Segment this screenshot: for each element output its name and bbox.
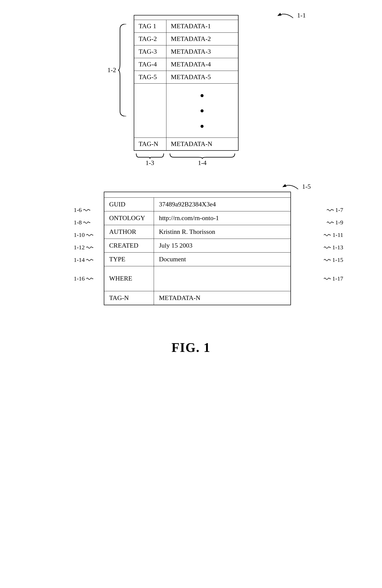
meta-last: METADATA-N [166,138,238,151]
label-1-4: 1-4 [198,159,207,167]
side-label-1-6: 1-6 [74,207,91,213]
brace-1-3-svg [135,152,165,159]
side-label-1-10: 1-10 [74,232,94,238]
meta-cell: METADATA-3 [166,45,238,58]
label-1-5-container: 1-5 [281,182,311,192]
squiggle-left-1-8 [83,221,91,225]
label-text-1-6: 1-6 [74,207,82,213]
label-text-1-15: 1-15 [332,257,343,263]
tag-guid: GUID [104,197,154,211]
label-text-1-8: 1-8 [74,219,82,226]
tag-author: AUTHOR [104,225,154,239]
bottom-table-wrapper: GUID 37489a92B2384X3e4 ONTOLOGY http://r… [104,192,313,305]
brace-1-3-wrapper: 1-3 [134,152,166,167]
squiggle-left-1-14 [86,258,94,262]
tag-cell: TAG 1 [134,20,166,32]
squiggle-left-1-10 [86,233,94,237]
page: 1-1 1-2 [0,0,382,588]
squiggle-left-1-12 [86,246,94,250]
squiggle-right-1-9 [326,221,334,225]
label-1-3: 1-3 [145,159,154,167]
tag-last: TAG-N [134,138,166,151]
tag-ontology: ONTOLOGY [104,211,154,225]
label-text-1-7: 1-7 [335,207,343,213]
label-text-1-17: 1-17 [332,275,343,282]
side-label-1-7: 1-7 [326,207,343,213]
squiggle-right-1-7 [326,208,334,212]
label-text-1-13: 1-13 [332,244,343,251]
label-text-1-12: 1-12 [74,244,85,251]
tag-dots [134,83,166,138]
val-guid: 37489a92B2384X3e4 [154,197,290,211]
table-row: TAG-3 METADATA-3 [134,45,238,58]
squiggle-right-1-17 [323,277,331,281]
side-label-1-16: 1-16 [74,275,94,282]
tag-created: CREATED [104,239,154,252]
label-text-1-16: 1-16 [74,275,85,282]
brace-1-4-svg [169,152,236,159]
tag-cell: TAG-5 [134,71,166,83]
side-label-1-11: 1-11 [323,232,343,238]
table-row-where: WHERE [104,266,291,291]
val-where [154,266,290,291]
val-author: Kristinn R. Thorisson [154,225,290,239]
label-1-1: 1-1 [297,12,306,19]
table-row-last: TAG-N METADATA-N [104,291,291,305]
side-label-1-8: 1-8 [74,219,91,226]
val-ontology: http://rn.com/rn-onto-1 [154,211,290,225]
meta-dots: ●●● [166,83,238,138]
brace-1-2-container: 1-2 [108,24,128,116]
table-row-created: CREATED July 15 2003 [104,239,291,252]
arrow-1-5 [281,182,301,192]
top-diagram: 1-1 1-2 [104,15,278,167]
brace-1-4-wrapper: 1-4 [166,152,239,167]
bottom-header-row [104,192,291,197]
table-last-row: TAG-N METADATA-N [134,138,238,151]
squiggle-right-1-11 [323,233,331,237]
side-label-1-14: 1-14 [74,257,94,263]
squiggle-right-1-15 [323,258,331,262]
val-created: July 15 2003 [154,239,290,252]
val-type: Document [154,252,290,266]
squiggle-left-1-6 [83,208,91,212]
tag-last-bottom: TAG-N [104,291,154,305]
figure-caption: FIG. 1 [171,340,210,355]
label-text-1-11: 1-11 [332,232,343,238]
label-1-5: 1-5 [302,183,311,190]
table-row-guid: GUID 37489a92B2384X3e4 [104,197,291,211]
arrow-1-1 [276,10,296,20]
side-label-1-17: 1-17 [323,275,343,282]
bottom-brace-row: 1-3 1-4 [134,152,239,167]
tag-cell: TAG-3 [134,45,166,58]
meta-cell: METADATA-5 [166,71,238,83]
bottom-table: GUID 37489a92B2384X3e4 ONTOLOGY http://r… [104,192,291,305]
tag-where: WHERE [104,266,154,291]
squiggle-left-1-16 [86,277,94,281]
table-row-ontology: ONTOLOGY http://rn.com/rn-onto-1 [104,211,291,225]
bottom-diagram: 1-5 GUID 37489a92B2384X3e4 [69,192,313,305]
table-row: TAG-5 METADATA-5 [134,71,238,83]
brace-1-2-svg [118,24,127,116]
table-row-author: AUTHOR Kristinn R. Thorisson [104,225,291,239]
squiggle-right-1-13 [323,246,331,250]
table-row: TAG-4 METADATA-4 [134,58,238,71]
label-text-1-14: 1-14 [74,257,85,263]
label-1-1-container: 1-1 [276,10,306,20]
tag-type: TYPE [104,252,154,266]
side-label-1-15: 1-15 [323,257,343,263]
table-header-row [134,15,238,20]
label-text-1-9: 1-9 [335,219,343,226]
table-row: TAG 1 METADATA-1 [134,20,238,32]
val-last-bottom: METADATA-N [154,291,290,305]
meta-cell: METADATA-2 [166,32,238,45]
dots-row: ●●● [134,83,238,138]
label-text-1-10: 1-10 [74,232,85,238]
meta-cell: METADATA-1 [166,20,238,32]
tag-cell: TAG-2 [134,32,166,45]
table-row-type: TYPE Document [104,252,291,266]
meta-cell: METADATA-4 [166,58,238,71]
tag-cell: TAG-4 [134,58,166,71]
table-row: TAG-2 METADATA-2 [134,32,238,45]
side-label-1-9: 1-9 [326,219,343,226]
top-table-wrapper: 1-1 1-2 [134,15,278,167]
